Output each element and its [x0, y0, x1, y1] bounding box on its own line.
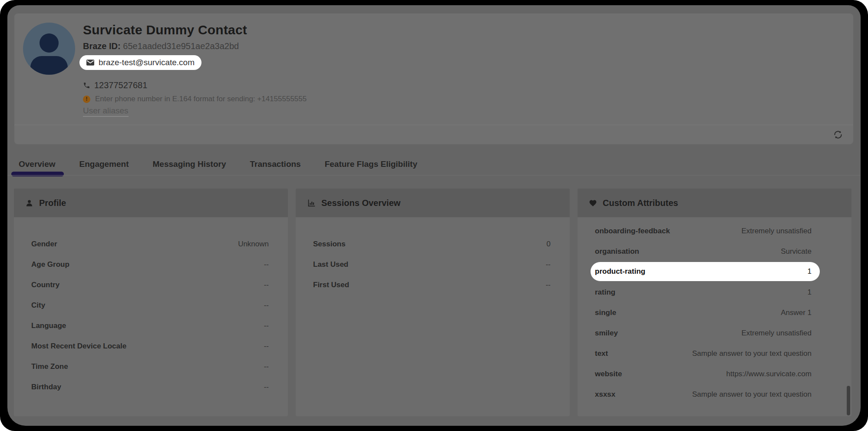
braze-id: Braze ID: 65e1aaded31e951ae2a3a2bd [83, 41, 307, 51]
heart-icon [589, 199, 597, 207]
tab-transactions[interactable]: Transactions [245, 153, 305, 175]
custom-attribute-row: smileyExtremely unsatisfied [595, 323, 812, 343]
phone-number: 12377527681 [94, 80, 147, 90]
custom-attribute-row: rating1 [595, 282, 812, 302]
profile-row: Most Recent Device Locale-- [31, 336, 269, 356]
custom-attributes-card: Custom Attributes onboarding-feedbackExt… [578, 189, 851, 416]
user-aliases-link[interactable]: User aliases [83, 106, 129, 117]
warning-text: Enter phone number in E.164 format for s… [95, 95, 307, 103]
sessions-row: Last Used-- [313, 254, 551, 275]
tab-feature-flags-eligibility[interactable]: Feature Flags Eligibility [320, 153, 422, 175]
profile-row: Age Group-- [31, 254, 269, 275]
card-scrollbar-thumb[interactable] [847, 386, 850, 415]
braze-id-value: 65e1aaded31e951ae2a3a2bd [123, 41, 239, 51]
avatar-person-icon [40, 33, 59, 53]
custom-attribute-row: xsxsxSample answer to your text question [595, 384, 812, 404]
dimmed-page-overlay: Survicate Dummy Contact Braze ID: 65e1aa… [7, 5, 861, 426]
profile-row: City-- [31, 295, 269, 315]
custom-attribute-row: organisationSurvicate [595, 241, 812, 262]
refresh-icon [833, 130, 843, 139]
tab-messaging-history[interactable]: Messaging History [149, 153, 231, 175]
tabs-divider [7, 175, 861, 176]
phone-format-warning: ! Enter phone number in E.164 format for… [83, 95, 307, 103]
warning-icon: ! [83, 96, 90, 103]
custom-attribute-row: textSample answer to your text question [595, 343, 812, 364]
profile-row: GenderUnknown [31, 234, 269, 254]
phone-number-row: 12377527681 [83, 80, 307, 90]
braze-id-label: Braze ID: [83, 41, 121, 51]
custom-attribute-row: onboarding-feedbackExtremely unsatisfied [595, 221, 812, 241]
tab-engagement[interactable]: Engagement [75, 153, 133, 175]
profile-row: Country-- [31, 275, 269, 295]
sessions-overview-card: Sessions Overview Sessions0 Last Used-- … [296, 189, 570, 416]
custom-attribute-row-product-rating-spotlight[interactable]: product-rating1 [591, 262, 820, 281]
page-title: Survicate Dummy Contact [83, 22, 307, 38]
sessions-row: Sessions0 [313, 234, 551, 254]
custom-attribute-row: websitehttps://www.survicate.com [595, 364, 812, 384]
braze-user-profile-window: { "header": { "title": "Survicate Dummy … [0, 0, 868, 431]
header-toolbar-divider [14, 125, 853, 125]
card-title: Custom Attributes [603, 198, 678, 208]
refresh-button[interactable] [832, 129, 844, 140]
profile-card: Profile GenderUnknown Age Group-- Countr… [14, 189, 288, 416]
profile-tabs: Overview Engagement Messaging History Tr… [14, 153, 422, 176]
bar-chart-icon [307, 199, 316, 207]
email-pill-spotlight[interactable]: braze-test@survicate.com [79, 55, 201, 70]
email-address: braze-test@survicate.com [99, 58, 195, 67]
user-header-card: Survicate Dummy Contact Braze ID: 65e1aa… [14, 13, 853, 144]
overview-cards: Profile GenderUnknown Age Group-- Countr… [14, 189, 852, 416]
profile-row: Birthday-- [31, 377, 269, 397]
person-icon [25, 199, 33, 207]
tab-overview[interactable]: Overview [14, 153, 60, 175]
card-title: Profile [39, 198, 66, 208]
card-title: Sessions Overview [321, 198, 400, 208]
profile-row: Language-- [31, 315, 269, 336]
envelope-icon [86, 60, 94, 66]
profile-row: Time Zone-- [31, 356, 269, 377]
custom-attribute-row: singleAnswer 1 [595, 302, 812, 323]
phone-icon [83, 82, 90, 89]
sessions-row: First Used-- [313, 275, 551, 295]
user-avatar [23, 23, 75, 75]
